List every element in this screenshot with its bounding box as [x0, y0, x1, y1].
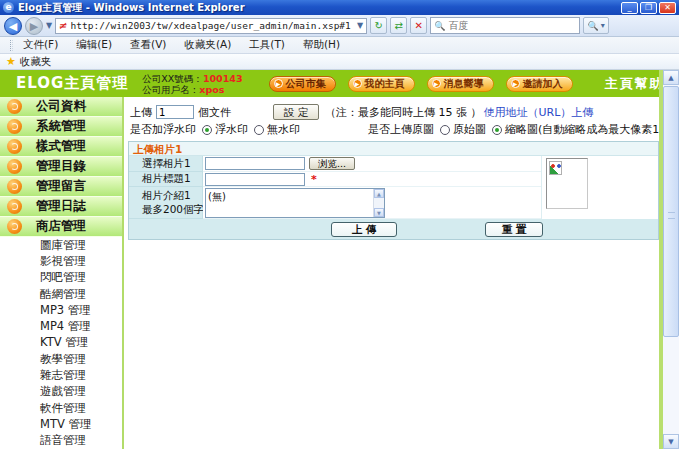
app-header: ELOG主頁管理 公司XX號碼：100143 公司用戶名：xpos ▶公司市集 …: [0, 70, 663, 97]
original-radio[interactable]: [440, 125, 450, 135]
sidebar-sub-flash[interactable]: 閃吧管理: [0, 270, 122, 286]
form-button-band: 上 傳 重 置: [129, 219, 658, 239]
forward-icon[interactable]: ▶: [25, 17, 43, 35]
search-input[interactable]: [448, 20, 576, 31]
nav-invite-button[interactable]: ▶邀請加入: [506, 76, 573, 92]
favorites-button[interactable]: 收藏夹: [20, 55, 52, 69]
play-icon: ▶: [511, 79, 520, 88]
photo-file-input[interactable]: [205, 157, 305, 170]
required-asterisk: *: [311, 173, 317, 186]
upload-count-row: 上傳 個文件 設 定 （注：最多能同時上傳 15 張 ） 使用地址（URL）上傳: [130, 104, 593, 120]
homepage-help-link[interactable]: 主頁幫助: [605, 75, 665, 93]
desc-label-line2: 最多200個字符: [142, 203, 202, 217]
sidebar-item-system[interactable]: 系統管理: [0, 117, 123, 137]
original-option-label[interactable]: 原始圖: [453, 122, 486, 137]
ie-logo-icon: e: [3, 2, 14, 13]
watermark-radio[interactable]: [202, 125, 212, 135]
sidebar-item-style[interactable]: 樣式管理: [0, 137, 123, 157]
search-icon: 🔍: [588, 21, 599, 31]
photo-title-input[interactable]: [205, 173, 305, 186]
orange-ball-icon: [7, 119, 22, 134]
no-watermark-radio[interactable]: [254, 125, 264, 135]
menu-help[interactable]: 帮助(H): [303, 38, 340, 52]
menu-favorites[interactable]: 收藏夹(A): [184, 38, 231, 52]
sidebar-item-catalog[interactable]: 管理目錄: [0, 157, 123, 177]
original-group-label: 是否上傳原圖: [368, 122, 434, 137]
sidebar-sub-coolweb[interactable]: 酷網管理: [0, 286, 122, 302]
sidebar-sub-ktv[interactable]: KTV 管理: [0, 335, 122, 351]
restore-button[interactable]: ❐: [640, 2, 657, 14]
address-input[interactable]: ≠ http://win2003/tw/xdealpage/user_admin…: [55, 18, 367, 34]
go-icon[interactable]: ⇄: [390, 17, 407, 34]
browse-button[interactable]: 浏览...: [309, 157, 355, 170]
scroll-down-icon[interactable]: ▼: [374, 208, 384, 217]
menu-file[interactable]: 文件(F): [23, 38, 58, 52]
toolbar-grip: [10, 40, 13, 51]
back-icon[interactable]: ◀: [4, 17, 22, 35]
reset-button[interactable]: 重 置: [485, 222, 543, 237]
history-chevron-icon[interactable]: ▼: [46, 21, 52, 30]
sidebar-item-logs[interactable]: 管理日誌: [0, 197, 123, 217]
sidebar-sub-mp4[interactable]: MP4 管理: [0, 318, 122, 334]
nav-company-market-button[interactable]: ▶公司市集: [269, 76, 336, 92]
upload-button[interactable]: 上 傳: [331, 222, 397, 237]
sidebar-item-shop[interactable]: 商店管理: [0, 217, 123, 237]
upload-note: （注：最多能同時上傳 15 張 ）: [325, 105, 482, 120]
close-button[interactable]: ✕: [659, 2, 676, 14]
sidebar-item-company-info[interactable]: 公司資料: [0, 97, 123, 117]
no-watermark-option-label[interactable]: 無水印: [267, 122, 300, 137]
title-bar: e Elog主頁管理 - Windows Internet Explorer _…: [0, 0, 679, 15]
photo-preview-box: [546, 158, 588, 209]
page-scrollbar[interactable]: ▲ ▼: [663, 70, 679, 449]
sidebar-sub-mtv[interactable]: MTV 管理: [0, 416, 122, 432]
scroll-up-icon[interactable]: ▲: [663, 70, 679, 85]
address-dropdown-icon[interactable]: ▼: [357, 21, 363, 30]
favorites-bar: ★ 收藏夹: [0, 54, 679, 70]
refresh-icon[interactable]: ↻: [370, 17, 387, 34]
orange-ball-icon: [7, 179, 22, 194]
sidebar-sub-mp3[interactable]: MP3 管理: [0, 302, 122, 318]
sidebar-sub-magazine[interactable]: 雜志管理: [0, 367, 122, 383]
search-options-chevron-icon[interactable]: ▾: [601, 21, 605, 30]
search-icon: 🔍: [434, 21, 445, 31]
url-upload-link[interactable]: 使用地址（URL）上傳: [484, 105, 594, 120]
sidebar-sub-games[interactable]: 遊戲管理: [0, 384, 122, 400]
thumbnail-option-label[interactable]: 縮略圖(自動縮略成為最大像素1024x768): [505, 122, 679, 137]
minimize-button[interactable]: _: [621, 2, 638, 14]
nav-label: 邀請加入: [523, 77, 563, 91]
sidebar-sub-video[interactable]: 影視管理: [0, 253, 122, 269]
sidebar-item-label: 系統管理: [36, 118, 86, 135]
play-icon: ▶: [353, 79, 362, 88]
stop-icon[interactable]: ✕: [410, 17, 427, 34]
thumbnail-radio[interactable]: [492, 125, 502, 135]
photo-desc-textarea[interactable]: (無): [206, 189, 374, 217]
search-box[interactable]: 🔍: [430, 17, 580, 34]
nav-message-wizard-button[interactable]: ▶消息嚮導: [427, 76, 494, 92]
scroll-down-icon[interactable]: ▼: [663, 434, 679, 449]
url-text: http://win2003/tw/xdealpage/user_admin/m…: [71, 20, 354, 31]
sidebar-item-label: 管理留言: [36, 178, 86, 195]
scroll-up-icon[interactable]: ▲: [374, 189, 384, 198]
sidebar-divider: [122, 97, 124, 449]
sidebar-item-messages[interactable]: 管理留言: [0, 177, 123, 197]
sidebar-sub-software[interactable]: 軟件管理: [0, 400, 122, 416]
menu-view[interactable]: 查看(V): [130, 38, 166, 52]
search-go-button[interactable]: 🔍▾: [583, 17, 609, 34]
scrollbar-thumb[interactable]: [663, 86, 679, 337]
nav-my-homepage-button[interactable]: ▶我的主頁: [348, 76, 415, 92]
upload-count-input[interactable]: [156, 105, 194, 119]
textarea-scrollbar[interactable]: ▲ ▼: [373, 189, 384, 217]
sidebar-item-label: 公司資料: [36, 98, 86, 115]
play-icon: ▶: [432, 79, 441, 88]
orange-ball-icon: [7, 159, 22, 174]
set-button[interactable]: 設 定: [273, 104, 319, 120]
sidebar-sub-voice[interactable]: 語音管理: [0, 433, 122, 449]
favorites-star-icon: ★: [6, 55, 16, 68]
form-section-title: 上傳相片1: [129, 142, 658, 156]
company-code-value: 100143: [203, 73, 243, 84]
watermark-option-label[interactable]: 浮水印: [215, 122, 248, 137]
sidebar-sub-teaching[interactable]: 教學管理: [0, 351, 122, 367]
menu-edit[interactable]: 编辑(E): [76, 38, 112, 52]
sidebar-sub-gallery[interactable]: 圖庫管理: [0, 237, 122, 253]
menu-tools[interactable]: 工具(T): [249, 38, 285, 52]
